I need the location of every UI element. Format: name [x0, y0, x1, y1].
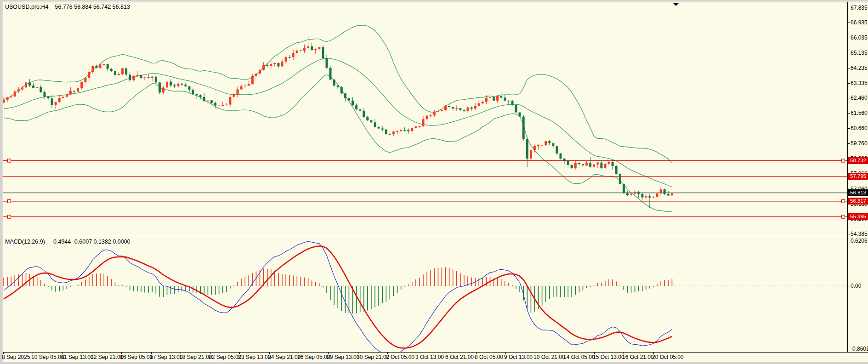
time-tick-label: 9 Oct 13:00 [504, 354, 533, 360]
macd-histogram [4, 267, 672, 313]
price-tick-label: 54.385 [851, 231, 868, 237]
time-tick-label: 8 Oct 05:00 [475, 354, 503, 360]
terminal-window: USOUSD.pro,H456.776 56.884 56.742 56.813… [0, 0, 868, 364]
price-tick-label: 60.660 [851, 125, 868, 131]
time-tick-label: 6 Oct 21:00 [445, 354, 474, 360]
time-tick-label: 16 Sep 05:00 [120, 354, 153, 360]
bollinger-bands [4, 25, 672, 212]
price-tick-label: 62.460 [851, 95, 868, 101]
macd-tick-label: 0.00 [851, 283, 861, 289]
chart-shift-icon[interactable] [673, 3, 679, 6]
price-axis-tick [848, 113, 850, 114]
time-tick-label: 2 Oct 05:00 [386, 354, 414, 360]
time-tick-label: 3 Oct 13:00 [415, 354, 444, 360]
time-tick-label: 24 Sep 21:00 [268, 354, 301, 360]
macd-tick-label: 0.6206 [851, 238, 868, 244]
macd-axis-tick [848, 241, 850, 241]
line-drag-handle[interactable] [842, 199, 845, 203]
price-tick-label: 66.035 [851, 34, 868, 41]
price-tick-label: 64.235 [851, 65, 868, 71]
price-tick-label: 59.760 [851, 140, 868, 147]
price-axis-tick [848, 68, 850, 68]
price-axis-tick [848, 83, 850, 84]
macd-label: MACD(12,26,9)-0.4944 -0.6007 0.1382 0.00… [5, 239, 130, 245]
pane-separator[interactable] [3, 236, 868, 236]
time-tick-label: 11 Sep 13:00 [61, 354, 94, 360]
time-tick-label: 23 Sep 13:00 [238, 354, 271, 360]
line-drag-handle[interactable] [8, 199, 11, 203]
level-price-label: 56.317 [848, 198, 868, 205]
time-tick-label: 16 Oct 21:00 [622, 354, 654, 360]
time-tick-label: 29 Sep 13:00 [327, 354, 359, 360]
time-tick-label: 22 Sep 05:00 [209, 354, 241, 360]
price-tick-label: 63.335 [851, 80, 868, 86]
time-axis-border [3, 352, 868, 353]
price-tick-label: 65.135 [851, 50, 868, 56]
level-price-label: 58.732 [848, 157, 868, 164]
price-axis-tick [848, 53, 850, 53]
time-tick-label: 26 Sep 05:00 [297, 354, 330, 360]
time-tick-label: 14 Oct 05:00 [563, 354, 595, 360]
bid-price-label: 56.813 [848, 189, 868, 196]
time-tick-label: 18 Sep 21:00 [179, 354, 212, 360]
price-axis-tick [848, 128, 850, 129]
price-axis-tick [848, 98, 850, 98]
symbol-title: USOUSD.pro,H456.776 56.884 56.742 56.813 [5, 4, 130, 10]
line-drag-handle[interactable] [8, 215, 11, 218]
time-tick-label: 10 Oct 21:00 [533, 354, 565, 360]
ohlc-readout: 56.776 56.884 56.742 56.813 [55, 4, 130, 10]
time-tick-label: 12 Sep 21:00 [91, 354, 123, 360]
level-price-label: 55.395 [848, 213, 868, 220]
horizontal-lines[interactable] [3, 159, 847, 218]
line-drag-handle[interactable] [842, 215, 845, 218]
bollinger-upper-band [4, 25, 672, 163]
time-tick-label: 15 Oct 13:00 [593, 354, 624, 360]
macd-axis-tick [848, 349, 850, 349]
time-tick-label: 10 Sep 05:00 [31, 354, 64, 360]
macd-axis-tick [848, 286, 850, 286]
price-axis-tick [848, 8, 850, 8]
macd-values-readout: -0.4944 -0.6007 0.1382 0.0000 [51, 239, 130, 245]
time-tick-label: 17 Sep 13:00 [150, 354, 182, 360]
symbol-period-label: USOUSD.pro,H4 [5, 4, 48, 10]
price-tick-label: 66.935 [851, 19, 868, 26]
level-price-label: 57.795 [848, 173, 868, 180]
macd-tick-label: -0.8601 [851, 346, 868, 352]
main-chart-pane[interactable] [3, 2, 847, 236]
price-axis-tick [848, 234, 850, 234]
macd-name-label: MACD(12,26,9) [5, 239, 45, 245]
price-axis-tick [848, 23, 850, 23]
bollinger-lower-band [4, 75, 672, 212]
price-axis-tick [848, 38, 850, 38]
price-tick-label: 61.560 [851, 110, 868, 116]
time-tick-label: 20 Oct 05:00 [652, 354, 684, 360]
price-axis-tick [848, 143, 850, 144]
time-tick-label: 30 Sep 21:00 [357, 354, 389, 360]
line-drag-handle[interactable] [8, 159, 11, 162]
line-drag-handle[interactable] [842, 159, 845, 162]
price-tick-label: 67.835 [851, 5, 868, 11]
macd-indicator-pane[interactable] [3, 236, 847, 352]
time-tick-label: 8 Sep 2025 [2, 354, 30, 360]
